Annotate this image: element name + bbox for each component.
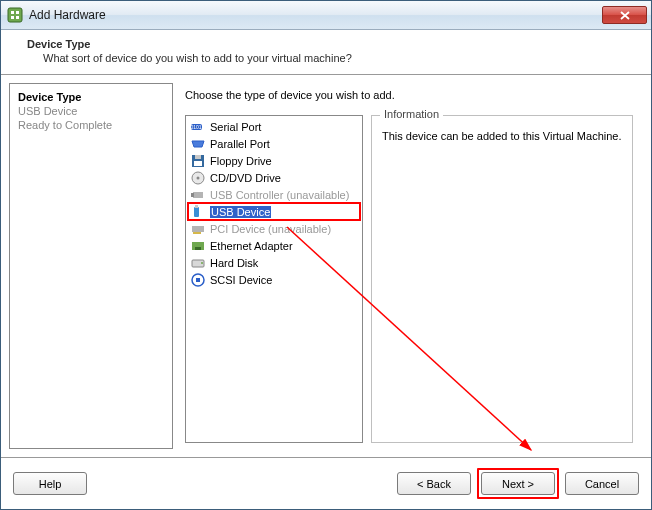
device-label: USB Device [210, 206, 271, 218]
svg-rect-9 [194, 161, 202, 166]
back-button[interactable]: < Back [397, 472, 471, 495]
serial-port-icon: 0101 [190, 119, 206, 135]
list-item-usb-controller[interactable]: USB Controller (unavailable) [188, 186, 360, 203]
device-label: Hard Disk [210, 257, 258, 269]
wizard-main-panel: Choose the type of device you wish to ad… [173, 83, 643, 449]
prompt-text: Choose the type of device you wish to ad… [185, 89, 633, 101]
list-item-scsi-device[interactable]: SCSI Device [188, 271, 360, 288]
usb-device-icon [190, 204, 206, 220]
titlebar: Add Hardware [1, 1, 651, 30]
list-item-ethernet-adapter[interactable]: Ethernet Adapter [188, 237, 360, 254]
cd-icon [190, 170, 206, 186]
usb-controller-icon [190, 187, 206, 203]
header-description: What sort of device do you wish to add t… [43, 52, 637, 64]
device-type-list[interactable]: 0101 Serial Port Parallel Port Floppy Dr… [185, 115, 363, 443]
next-button[interactable]: Next > [481, 472, 555, 495]
list-item-serial-port[interactable]: 0101 Serial Port [188, 118, 360, 135]
svg-rect-17 [193, 232, 201, 234]
floppy-icon [190, 153, 206, 169]
add-hardware-window: Add Hardware Device Type What sort of de… [0, 0, 652, 510]
svg-rect-4 [16, 16, 19, 19]
header-title: Device Type [27, 38, 637, 50]
svg-rect-12 [193, 192, 203, 198]
wizard-content: Device Type USB Device Ready to Complete… [1, 75, 651, 457]
svg-text:0101: 0101 [190, 124, 201, 130]
list-item-pci-device[interactable]: PCI Device (unavailable) [188, 220, 360, 237]
svg-rect-1 [11, 11, 14, 14]
parallel-port-icon [190, 136, 206, 152]
svg-point-11 [197, 176, 200, 179]
device-label: USB Controller (unavailable) [210, 189, 349, 201]
information-text: This device can be added to this Virtual… [382, 130, 622, 142]
svg-rect-13 [191, 193, 194, 197]
pci-icon [190, 221, 206, 237]
close-button[interactable] [602, 6, 647, 24]
device-label: PCI Device (unavailable) [210, 223, 331, 235]
list-item-floppy-drive[interactable]: Floppy Drive [188, 152, 360, 169]
device-label: Serial Port [210, 121, 261, 133]
app-icon [7, 7, 23, 23]
information-legend: Information [380, 108, 443, 120]
wizard-step-ready[interactable]: Ready to Complete [18, 118, 164, 132]
wizard-footer: Help < Back Next > Cancel [1, 457, 651, 509]
list-item-hard-disk[interactable]: Hard Disk [188, 254, 360, 271]
list-item-parallel-port[interactable]: Parallel Port [188, 135, 360, 152]
cancel-button[interactable]: Cancel [565, 472, 639, 495]
device-label: Ethernet Adapter [210, 240, 293, 252]
window-title: Add Hardware [29, 8, 602, 22]
information-box: Information This device can be added to … [371, 115, 633, 443]
list-item-cddvd-drive[interactable]: CD/DVD Drive [188, 169, 360, 186]
harddisk-icon [190, 255, 206, 271]
svg-rect-19 [195, 247, 201, 250]
device-label: CD/DVD Drive [210, 172, 281, 184]
ethernet-icon [190, 238, 206, 254]
list-item-usb-device[interactable]: USB Device [188, 203, 360, 220]
svg-rect-8 [195, 155, 201, 159]
wizard-header: Device Type What sort of device do you w… [1, 30, 651, 75]
scsi-icon [190, 272, 206, 288]
device-label: SCSI Device [210, 274, 272, 286]
svg-rect-3 [11, 16, 14, 19]
svg-rect-2 [16, 11, 19, 14]
wizard-step-usb-device[interactable]: USB Device [18, 104, 164, 118]
wizard-step-device-type[interactable]: Device Type [18, 90, 164, 104]
wizard-steps-panel: Device Type USB Device Ready to Complete [9, 83, 173, 449]
help-button[interactable]: Help [13, 472, 87, 495]
svg-rect-16 [192, 226, 204, 232]
svg-rect-15 [195, 205, 198, 208]
svg-rect-0 [8, 8, 22, 22]
svg-rect-14 [194, 207, 199, 217]
svg-point-21 [201, 262, 203, 264]
device-label: Floppy Drive [210, 155, 272, 167]
next-button-highlight: Next > [477, 468, 559, 499]
svg-rect-23 [196, 278, 200, 282]
device-label: Parallel Port [210, 138, 270, 150]
